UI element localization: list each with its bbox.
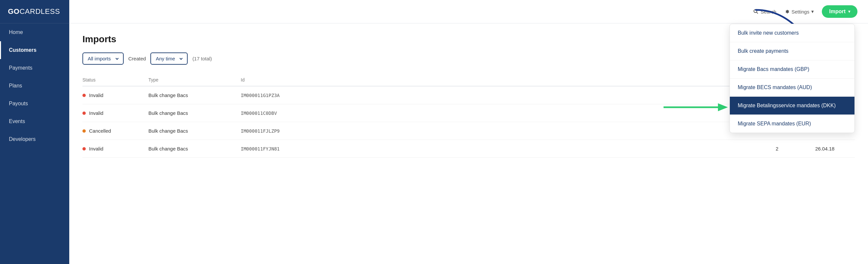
sidebar-item-customers[interactable]: Customers [0, 41, 69, 59]
type-cell-2: Bulk change Bacs [148, 128, 241, 134]
import-chevron: ▾ [848, 9, 850, 14]
sidebar-item-payments[interactable]: Payments [0, 59, 69, 77]
type-cell-1: Bulk change Bacs [148, 110, 241, 116]
sidebar-item-home[interactable]: Home [0, 23, 69, 41]
status-text-0: Invalid [89, 92, 103, 98]
dropdown-item-migrate-bacs[interactable]: Migrate Bacs mandates (GBP) [730, 60, 855, 79]
import-button[interactable]: Import ▾ [822, 5, 858, 18]
sidebar-item-developers[interactable]: Developers [0, 130, 69, 148]
type-cell-3: Bulk change Bacs [148, 146, 241, 151]
main-area: Search Settings ▾ Import ▾ Imports All i… [69, 0, 868, 264]
th-status: Status [83, 77, 148, 83]
dropdown-item-migrate-sepa[interactable]: Migrate SEPA mandates (EUR) [730, 115, 855, 133]
gear-icon [784, 9, 789, 14]
topbar: Search Settings ▾ Import ▾ [69, 0, 868, 23]
total-count: (17 total) [192, 56, 212, 61]
status-dot-red [83, 147, 86, 150]
col4-cell-3: 2 [776, 146, 815, 151]
logo-go: GO [8, 7, 20, 16]
id-cell-1: IM000011C0DBV [241, 111, 776, 116]
id-cell-0: IM000011G1PZ3A [241, 93, 776, 98]
search-icon [753, 9, 758, 14]
th-id: Id [241, 77, 776, 83]
id-cell-3: IM000011FYJN81 [241, 146, 776, 151]
svg-line-2 [756, 12, 758, 13]
settings-chevron: ▾ [811, 8, 814, 14]
logo-area: GOCARDLESS [0, 0, 69, 23]
logo-cardless: CARDLESS [20, 7, 60, 16]
dropdown-item-migrate-becs[interactable]: Migrate BECS mandates (AUD) [730, 79, 855, 97]
status-text-3: Invalid [89, 146, 103, 151]
import-label: Import [829, 8, 845, 14]
th-type: Type [148, 77, 241, 83]
status-cell-3: Invalid [83, 146, 148, 151]
sidebar-item-plans[interactable]: Plans [0, 77, 69, 95]
dropdown-item-migrate-betalingsservice[interactable]: Migrate Betalingsservice mandates (DKK) [730, 97, 855, 115]
col5-cell-3: 26.04.18 [815, 146, 855, 151]
created-label: Created [128, 56, 146, 61]
sidebar-item-payouts[interactable]: Payouts [0, 95, 69, 113]
logo: GOCARDLESS [8, 7, 61, 16]
status-dot-orange [83, 129, 86, 133]
time-filter-select[interactable]: Any time [150, 53, 188, 65]
search-button[interactable]: Search [753, 9, 776, 14]
status-text-1: Invalid [89, 110, 103, 116]
dropdown-item-bulk-payments[interactable]: Bulk create payments [730, 42, 855, 60]
status-text-2: Cancelled [89, 128, 111, 134]
sidebar: GOCARDLESS Home Customers Payments Plans… [0, 0, 69, 264]
status-dot-red [83, 112, 86, 115]
svg-point-1 [754, 9, 757, 12]
search-label: Search [761, 9, 776, 14]
settings-button[interactable]: Settings ▾ [784, 8, 814, 14]
status-dot-red [83, 94, 86, 97]
status-cell-1: Invalid [83, 110, 148, 116]
status-cell-2: Cancelled [83, 128, 148, 134]
id-cell-2: IM000011FJLZP9 [241, 128, 776, 134]
table-row[interactable]: Invalid Bulk change Bacs IM000011FYJN81 … [83, 140, 855, 158]
type-cell-0: Bulk change Bacs [148, 92, 241, 98]
dropdown-item-bulk-invite[interactable]: Bulk invite new customers [730, 24, 855, 42]
all-imports-select[interactable]: All imports [83, 53, 124, 65]
settings-label: Settings [792, 9, 809, 14]
import-dropdown-menu: Bulk invite new customers Bulk create pa… [730, 24, 855, 133]
status-cell-0: Invalid [83, 92, 148, 98]
sidebar-item-events[interactable]: Events [0, 113, 69, 130]
